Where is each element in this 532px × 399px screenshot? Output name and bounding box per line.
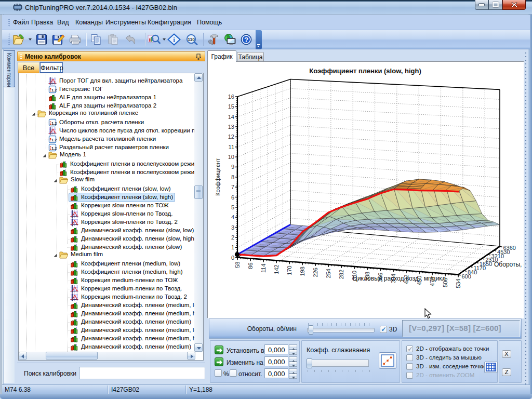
svg-text:114: 114 — [260, 263, 267, 273]
svg-text:5: 5 — [231, 204, 234, 210]
svg-text:7: 7 — [231, 184, 234, 190]
svg-text:16: 16 — [228, 94, 234, 100]
svg-text:?: ? — [244, 36, 248, 44]
svg-text:11: 11 — [229, 144, 234, 150]
svg-text:86: 86 — [247, 262, 254, 269]
svg-text:110: 110 — [188, 37, 195, 42]
svg-text:6: 6 — [231, 194, 234, 201]
svg-text:254: 254 — [325, 269, 331, 278]
svg-text:142: 142 — [273, 264, 280, 274]
svg-text:10: 10 — [228, 154, 234, 160]
svg-text:198: 198 — [299, 267, 305, 276]
svg-text:14: 14 — [228, 114, 234, 120]
svg-text:282: 282 — [338, 270, 344, 279]
svg-text:12: 12 — [228, 134, 234, 140]
svg-text:2: 2 — [231, 234, 234, 241]
svg-text:534: 534 — [455, 279, 461, 288]
svg-text:Коэффициент пленки (slow, high: Коэффициент пленки (slow, high) — [309, 67, 421, 75]
svg-text:4: 4 — [231, 214, 234, 220]
svg-text:13: 13 — [228, 124, 234, 130]
svg-text:Коэффициент: Коэффициент — [215, 158, 221, 196]
svg-text:1: 1 — [231, 244, 234, 250]
svg-text:9: 9 — [231, 164, 234, 170]
svg-text:3: 3 — [231, 224, 234, 231]
svg-text:0: 0 — [231, 255, 234, 261]
svg-text:58: 58 — [234, 262, 241, 268]
svg-text:Обороты, об: Обороты, об — [494, 261, 524, 268]
svg-text:1.2: 1.2 — [51, 138, 57, 142]
svg-text:226: 226 — [312, 268, 318, 277]
svg-text:i: i — [173, 36, 175, 44]
svg-text:Цикловый расход возд., мг/цикл: Цикловый расход возд., мг/цикл — [353, 275, 446, 282]
svg-text:170: 170 — [286, 265, 292, 275]
svg-text:1.2: 1.2 — [51, 88, 57, 92]
svg-text:6360: 6360 — [503, 245, 516, 251]
svg-text:1.2: 1.2 — [51, 146, 57, 151]
svg-text:1.2: 1.2 — [51, 121, 57, 126]
svg-text:15: 15 — [228, 103, 234, 110]
svg-text:8: 8 — [231, 174, 234, 180]
